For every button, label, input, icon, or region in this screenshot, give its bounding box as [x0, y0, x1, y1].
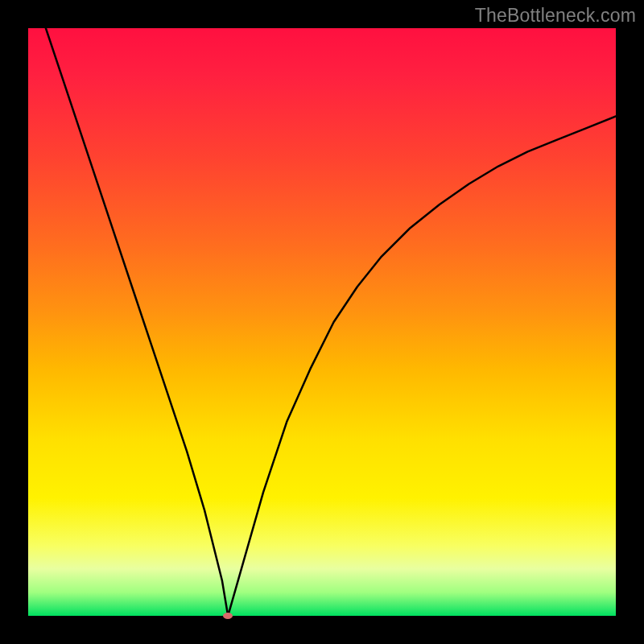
- watermark-text: TheBottleneck.com: [475, 5, 636, 27]
- bottleneck-curve: [28, 28, 616, 616]
- optimal-point-marker: [223, 613, 233, 619]
- plot-area: [28, 28, 616, 616]
- chart-frame: TheBottleneck.com: [0, 0, 644, 644]
